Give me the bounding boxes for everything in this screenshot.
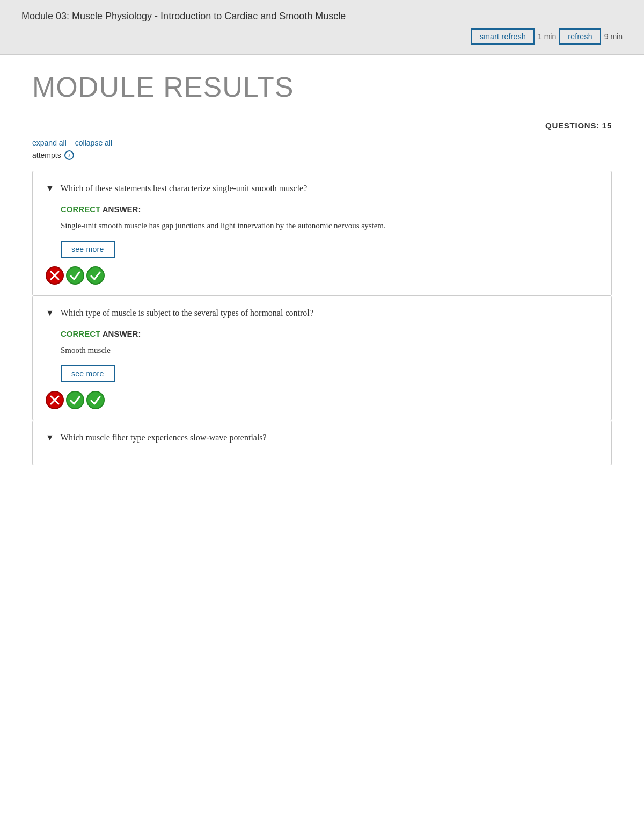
correct-word-2: CORRECT bbox=[61, 329, 100, 338]
page-title: MODULE RESULTS bbox=[32, 71, 612, 103]
answer-word-1: ANSWER: bbox=[100, 205, 141, 214]
chevron-down-icon-3[interactable]: ▼ bbox=[46, 433, 54, 443]
question-1-text: Which of these statements best character… bbox=[61, 182, 307, 195]
collapse-all-link[interactable]: collapse all bbox=[75, 139, 112, 147]
question-1-header: ▼ Which of these statements best charact… bbox=[46, 182, 598, 195]
question-2-answer-text: Smooth muscle bbox=[61, 344, 598, 357]
question-3-header: ▼ Which muscle fiber type experiences sl… bbox=[46, 431, 598, 444]
smart-refresh-time: 1 min bbox=[538, 32, 556, 41]
question-1-answer-label: CORRECT ANSWER: bbox=[61, 205, 598, 214]
see-more-button-1[interactable]: see more bbox=[61, 241, 115, 258]
refresh-button[interactable]: refresh bbox=[559, 28, 601, 45]
controls-row: expand all collapse all bbox=[32, 139, 612, 147]
question-card-2: ▼ Which type of muscle is subject to the… bbox=[32, 296, 612, 420]
svg-point-3 bbox=[67, 267, 84, 284]
attempt-wrong-icon-2 bbox=[46, 391, 64, 409]
question-1-attempts bbox=[46, 266, 598, 285]
answer-word-2: ANSWER: bbox=[100, 329, 141, 338]
questions-count: QUESTIONS: 15 bbox=[32, 114, 612, 130]
header-bar: Module 03: Muscle Physiology - Introduct… bbox=[0, 0, 644, 55]
smart-refresh-button[interactable]: smart refresh bbox=[471, 28, 535, 45]
svg-point-8 bbox=[67, 391, 84, 409]
main-content: MODULE RESULTS QUESTIONS: 15 expand all … bbox=[0, 55, 644, 487]
question-card-1: ▼ Which of these statements best charact… bbox=[32, 171, 612, 296]
question-2-answer-section: CORRECT ANSWER: Smooth muscle see more bbox=[61, 329, 598, 382]
attempts-info-icon[interactable]: i bbox=[64, 150, 74, 160]
attempts-row: attempts i bbox=[32, 150, 612, 160]
attempts-label: attempts bbox=[32, 151, 61, 159]
chevron-down-icon-2[interactable]: ▼ bbox=[46, 308, 54, 318]
question-card-3: ▼ Which muscle fiber type experiences sl… bbox=[32, 420, 612, 465]
attempt-wrong-icon-1 bbox=[46, 266, 64, 285]
refresh-time: 9 min bbox=[604, 32, 623, 41]
question-2-header: ▼ Which type of muscle is subject to the… bbox=[46, 307, 598, 320]
chevron-down-icon-1[interactable]: ▼ bbox=[46, 184, 54, 193]
question-1-answer-section: CORRECT ANSWER: Single-unit smooth muscl… bbox=[61, 205, 598, 258]
question-2-attempts bbox=[46, 391, 598, 409]
attempt-correct-icon-2a bbox=[66, 391, 84, 409]
module-title: Module 03: Muscle Physiology - Introduct… bbox=[21, 10, 397, 23]
see-more-button-2[interactable]: see more bbox=[61, 365, 115, 382]
attempt-correct-icon-2b bbox=[86, 391, 105, 409]
question-3-text: Which muscle fiber type experiences slow… bbox=[61, 431, 267, 444]
question-2-answer-label: CORRECT ANSWER: bbox=[61, 329, 598, 338]
svg-point-9 bbox=[87, 391, 104, 409]
attempt-correct-icon-1b bbox=[86, 266, 105, 285]
question-1-answer-text: Single-unit smooth muscle has gap juncti… bbox=[61, 219, 598, 232]
header-actions: smart refresh 1 min refresh 9 min bbox=[21, 28, 623, 45]
question-2-text: Which type of muscle is subject to the s… bbox=[61, 307, 313, 320]
correct-word-1: CORRECT bbox=[61, 205, 100, 214]
svg-point-4 bbox=[87, 267, 104, 284]
expand-all-link[interactable]: expand all bbox=[32, 139, 67, 147]
attempt-correct-icon-1a bbox=[66, 266, 84, 285]
